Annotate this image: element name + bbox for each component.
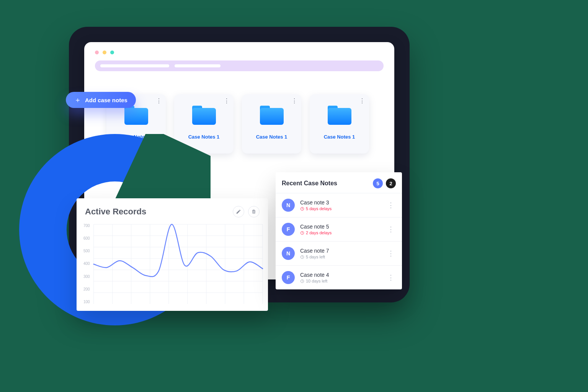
recent-item[interactable]: N Case note 3 5 days delays ⋮ — [276, 193, 402, 217]
avatar: N — [282, 247, 295, 260]
trash-icon — [251, 209, 256, 214]
address-segment — [100, 64, 169, 67]
delete-button[interactable] — [248, 206, 260, 217]
recent-item-status: 2 days delays — [300, 230, 381, 235]
clock-icon — [300, 207, 304, 211]
y-tick-label: 100 — [83, 300, 90, 304]
active-records-card: Active Records 700600500400300200100 — [77, 198, 268, 311]
folder-label: Case Notes 1 — [316, 134, 363, 140]
pencil-icon — [236, 209, 241, 214]
recent-case-notes-card: Recent Case Notes 5 2 N Case note 3 5 da… — [276, 172, 402, 289]
active-records-chart: 700600500400300200100 — [80, 222, 264, 306]
recent-item-status: 5 days delays — [300, 206, 381, 211]
folder-card[interactable]: ⋮ Case Notes 1 — [242, 94, 301, 154]
folder-icon — [260, 106, 284, 125]
folder-icon — [192, 106, 216, 125]
y-tick-label: 400 — [83, 261, 90, 266]
more-icon[interactable]: ⋮ — [359, 98, 365, 104]
address-segment — [175, 64, 220, 67]
recent-count-badge: 5 — [373, 178, 383, 188]
more-icon[interactable]: ⋮ — [386, 249, 396, 258]
more-icon[interactable]: ⋮ — [224, 98, 230, 104]
traffic-expand[interactable] — [110, 51, 114, 54]
y-tick-label: 300 — [83, 274, 90, 279]
avatar: F — [282, 223, 295, 236]
more-icon[interactable]: ⋮ — [386, 225, 396, 234]
more-icon[interactable]: ⋮ — [386, 273, 396, 282]
clock-icon — [300, 279, 304, 283]
avatar: F — [282, 271, 295, 284]
address-bar[interactable] — [95, 60, 384, 71]
recent-item[interactable]: F Case note 5 2 days delays ⋮ — [276, 217, 402, 241]
clock-icon — [300, 231, 304, 235]
active-records-title: Active Records — [85, 207, 146, 217]
y-tick-label: 700 — [83, 224, 90, 228]
folder-label: Case Notes 1 — [248, 134, 295, 140]
recent-secondary-badge: 2 — [386, 178, 396, 188]
add-case-notes-button[interactable]: ＋ Add case notes — [66, 92, 136, 108]
recent-item[interactable]: F Case note 4 10 days left ⋮ — [276, 265, 402, 289]
folder-card[interactable]: ⋮ Case Notes 1 — [310, 94, 369, 154]
recent-item-status: 5 days left — [300, 255, 381, 259]
y-tick-label: 200 — [83, 287, 90, 291]
plus-icon: ＋ — [74, 96, 81, 103]
recent-item-title: Case note 7 — [300, 248, 381, 254]
more-icon[interactable]: ⋮ — [291, 98, 297, 104]
clock-icon — [300, 255, 304, 259]
folder-icon — [124, 106, 148, 125]
folder-icon — [328, 106, 351, 125]
y-tick-label: 500 — [83, 249, 90, 253]
recent-item-status: 10 days left — [300, 279, 381, 283]
recent-item-title: Case note 4 — [300, 272, 381, 278]
edit-button[interactable] — [233, 206, 244, 217]
recent-item-title: Case note 5 — [300, 224, 381, 230]
more-icon[interactable]: ⋮ — [386, 201, 396, 209]
y-tick-label: 600 — [83, 236, 90, 240]
recent-item-title: Case note 3 — [300, 199, 381, 206]
recent-list: N Case note 3 5 days delays ⋮ F C — [276, 193, 402, 289]
avatar: N — [282, 199, 295, 212]
add-button-label: Add case notes — [85, 97, 127, 103]
recent-title: Recent Case Notes — [282, 180, 337, 187]
window-traffic-lights — [95, 51, 384, 54]
more-icon[interactable]: ⋮ — [156, 98, 162, 104]
traffic-minimize[interactable] — [103, 51, 106, 54]
recent-item[interactable]: N Case note 7 5 days left ⋮ — [276, 241, 402, 265]
traffic-close[interactable] — [95, 51, 99, 54]
